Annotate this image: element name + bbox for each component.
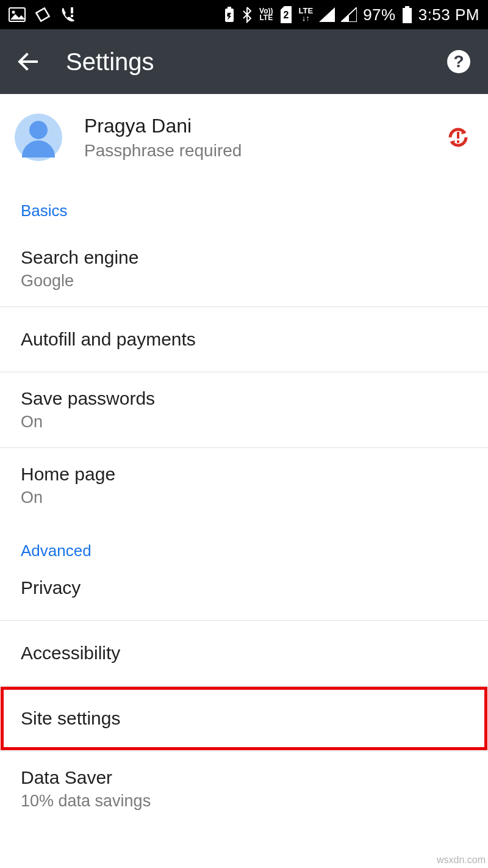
- watermark: wsxdn.com: [437, 855, 486, 866]
- battery-saver-icon: [224, 7, 235, 23]
- item-title: Home page: [21, 464, 467, 485]
- item-title: Data Saver: [21, 767, 467, 788]
- section-header-basics: Basics: [0, 183, 488, 231]
- settings-item-search-engine[interactable]: Search engine Google: [0, 231, 488, 306]
- svg-rect-11: [457, 132, 459, 139]
- settings-item-privacy[interactable]: Privacy: [0, 571, 488, 620]
- settings-item-site-settings[interactable]: Site settings: [0, 686, 488, 751]
- svg-rect-5: [228, 7, 231, 9]
- volte-icon: Vo))LTE: [259, 8, 273, 21]
- svg-rect-7: [403, 8, 412, 23]
- signal-2-icon: [341, 7, 357, 22]
- item-title: Search engine: [21, 247, 467, 268]
- bluetooth-icon: [241, 6, 253, 23]
- item-title: Save passwords: [21, 388, 467, 409]
- svg-point-1: [12, 11, 15, 14]
- lte-icon: LTE↓↑: [299, 7, 314, 22]
- help-icon[interactable]: ?: [447, 49, 471, 74]
- app-toolbar: Settings ?: [0, 29, 488, 94]
- settings-item-data-saver[interactable]: Data Saver 10% data savings: [0, 751, 488, 826]
- back-arrow-icon[interactable]: [17, 51, 39, 73]
- battery-percent: 97%: [363, 5, 396, 24]
- phone-alert-icon: [60, 7, 76, 23]
- item-title: Privacy: [21, 577, 467, 598]
- svg-rect-12: [457, 140, 459, 143]
- avatar: [15, 114, 62, 161]
- item-sub: On: [21, 488, 467, 507]
- account-sub: Passphrase required: [84, 141, 423, 161]
- page-title: Settings: [66, 48, 420, 76]
- item-sub: 10% data savings: [21, 792, 467, 811]
- account-row[interactable]: Pragya Dani Passphrase required: [0, 94, 488, 183]
- picture-icon: [9, 7, 26, 22]
- section-header-advanced: Advanced: [0, 523, 488, 571]
- tag-icon: [34, 6, 51, 23]
- settings-item-home-page[interactable]: Home page On: [0, 448, 488, 523]
- svg-rect-8: [405, 6, 409, 9]
- item-sub: Google: [21, 272, 467, 291]
- settings-item-save-passwords[interactable]: Save passwords On: [0, 372, 488, 447]
- settings-item-autofill[interactable]: Autofill and payments: [0, 307, 488, 372]
- clock: 3:53 PM: [418, 5, 479, 24]
- item-sub: On: [21, 413, 467, 432]
- battery-icon: [402, 6, 412, 23]
- item-title: Accessibility: [21, 643, 467, 664]
- sim-2-icon: 2: [279, 6, 293, 23]
- svg-rect-2: [71, 7, 73, 13]
- settings-item-accessibility[interactable]: Accessibility: [0, 621, 488, 685]
- android-status-bar: Vo))LTE 2 LTE↓↑ 97% 3:53 PM: [0, 0, 488, 29]
- item-title: Autofill and payments: [21, 329, 467, 350]
- item-title: Site settings: [21, 708, 467, 729]
- sync-error-icon[interactable]: [445, 125, 471, 150]
- signal-icon: [319, 7, 335, 22]
- svg-text:2: 2: [283, 10, 289, 20]
- svg-rect-3: [71, 15, 73, 17]
- svg-text:?: ?: [453, 52, 464, 71]
- account-name: Pragya Dani: [84, 115, 423, 137]
